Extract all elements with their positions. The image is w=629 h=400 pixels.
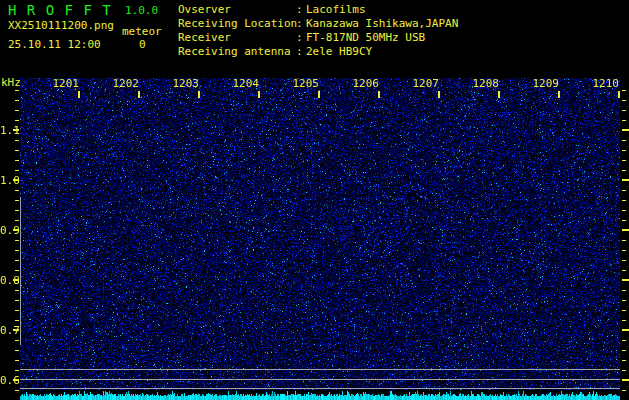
minor-tick [622, 300, 626, 301]
minor-tick [622, 260, 626, 261]
app-version: 1.0.0 [125, 5, 158, 17]
minor-tick [622, 240, 626, 241]
minor-tick [15, 160, 19, 161]
minor-tick [15, 260, 19, 261]
noise-level-meter-canvas [20, 390, 620, 400]
meteor-count: 0 [139, 39, 146, 51]
reference-line-0p60khz [20, 379, 620, 380]
minor-tick [622, 250, 626, 251]
x-axis-time-label: 1203 [170, 78, 199, 90]
minor-tick [622, 200, 626, 201]
minor-tick [15, 90, 19, 91]
x-axis-time-label: 1201 [50, 78, 79, 90]
info-colon: : [296, 17, 306, 31]
station-info-block: Ovserver:Lacofilms Receiving Location:Ka… [178, 3, 458, 59]
minor-tick [622, 360, 626, 361]
minor-tick [15, 170, 19, 171]
minor-tick [622, 350, 626, 351]
minor-tick [622, 140, 626, 141]
major-tick [622, 279, 629, 281]
major-tick [622, 229, 629, 231]
minor-tick [622, 90, 626, 91]
x-axis-time-label: 1209 [530, 78, 559, 90]
y-axis-label: 0.6 [0, 375, 13, 386]
spectrogram-canvas [20, 78, 620, 390]
minor-tick [15, 200, 19, 201]
y-axis-label: 1.0 [0, 175, 13, 186]
minor-tick [622, 220, 626, 221]
output-filename: XX2510111200.png [8, 20, 114, 32]
minute-tick [138, 91, 140, 98]
minute-tick [618, 91, 620, 98]
info-colon: : [296, 3, 306, 17]
minor-tick [622, 160, 626, 161]
y-axis-unit-label: kHz [1, 77, 21, 89]
minute-tick [378, 91, 380, 98]
minor-tick [15, 360, 19, 361]
x-axis-time-label: 1210 [590, 78, 619, 90]
meteor-label: meteor [122, 26, 162, 38]
y-axis-label: 1.1 [0, 125, 13, 136]
minor-tick [15, 290, 19, 291]
minor-tick [15, 150, 19, 151]
minor-tick [15, 390, 19, 391]
minor-tick [622, 110, 626, 111]
info-colon: : [296, 31, 306, 45]
info-value: Kanazawa Ishikawa,JAPAN [306, 17, 458, 31]
x-axis-time-label: 1202 [110, 78, 139, 90]
x-axis-time-label: 1205 [290, 78, 319, 90]
minor-tick [622, 100, 626, 101]
major-tick [622, 129, 629, 131]
minor-tick [15, 210, 19, 211]
minor-tick [15, 350, 19, 351]
minor-tick [622, 340, 626, 341]
info-row-observer: Ovserver:Lacofilms [178, 3, 458, 17]
minor-tick [15, 310, 19, 311]
info-row-receiver: Receiver:FT-817ND 50MHz USB [178, 31, 458, 45]
minor-tick [622, 120, 626, 121]
vertical-reference-line [20, 197, 21, 345]
minor-tick [15, 320, 19, 321]
minor-tick [622, 290, 626, 291]
x-axis-time-label: 1207 [410, 78, 439, 90]
x-axis-time-label: 1204 [230, 78, 259, 90]
minor-tick [15, 270, 19, 271]
minor-tick [622, 170, 626, 171]
x-axis-time-label: 1208 [470, 78, 499, 90]
info-label: Receiving Location [178, 17, 296, 31]
minor-tick [15, 120, 19, 121]
info-value: FT-817ND 50MHz USB [306, 31, 425, 45]
minor-tick [622, 370, 626, 371]
info-colon: : [296, 45, 306, 59]
major-tick [622, 379, 629, 381]
info-value: Lacofilms [306, 3, 366, 17]
app-title: H R O F F T [8, 3, 112, 18]
minor-tick [622, 390, 626, 391]
minor-tick [15, 340, 19, 341]
info-label: Ovserver [178, 3, 296, 17]
info-value: 2ele HB9CY [306, 45, 372, 59]
minor-tick [15, 300, 19, 301]
minute-tick [498, 91, 500, 98]
reference-line-0p58khz [20, 388, 620, 389]
x-axis-time-label: 1206 [350, 78, 379, 90]
minor-tick [15, 100, 19, 101]
minor-tick [15, 110, 19, 111]
minor-tick [622, 270, 626, 271]
minute-tick [198, 91, 200, 98]
info-label: Receiver [178, 31, 296, 45]
minute-tick [258, 91, 260, 98]
minute-tick [438, 91, 440, 98]
info-row-antenna: Receiving antenna:2ele HB9CY [178, 45, 458, 59]
minor-tick [15, 140, 19, 141]
minute-tick [318, 91, 320, 98]
observation-datetime: 25.10.11 12:00 [8, 39, 101, 51]
minor-tick [15, 220, 19, 221]
y-axis-label: 0.8 [0, 275, 13, 286]
minor-tick [15, 370, 19, 371]
minute-tick [558, 91, 560, 98]
minor-tick [622, 150, 626, 151]
minor-tick [622, 320, 626, 321]
minor-tick [15, 240, 19, 241]
info-label: Receiving antenna [178, 45, 296, 59]
